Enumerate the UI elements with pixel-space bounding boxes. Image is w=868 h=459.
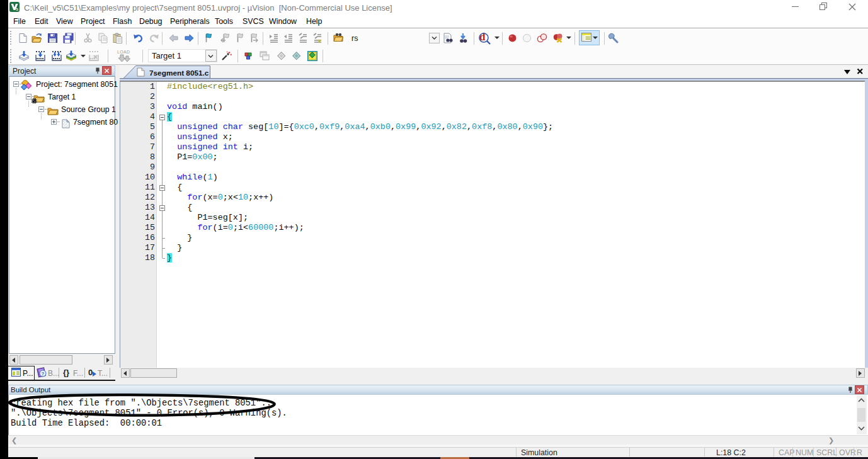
svg-text:?: ? bbox=[42, 371, 45, 377]
